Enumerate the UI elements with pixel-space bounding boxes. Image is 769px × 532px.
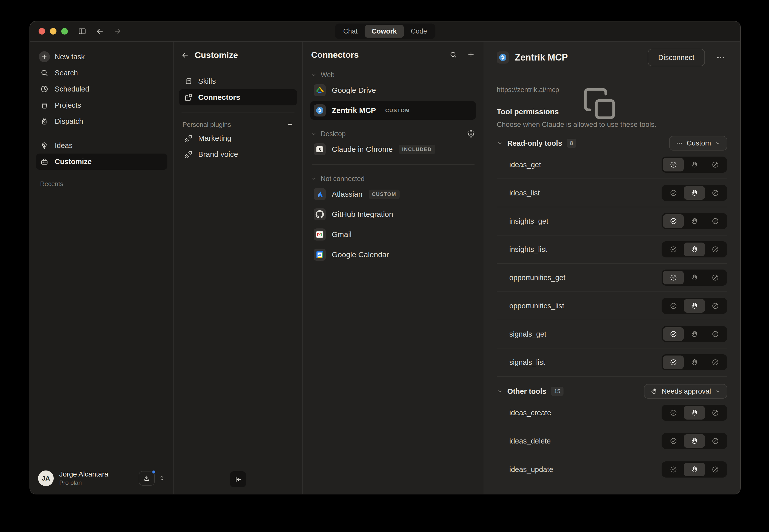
chevron-down-icon[interactable] [497,388,503,394]
custom-badge: CUSTOM [382,106,413,115]
ask-toggle[interactable] [684,214,705,228]
connector-zentrik-mcp[interactable]: Zentrik MCP CUSTOM [310,101,476,120]
add-connector-icon[interactable] [467,51,475,59]
allow-toggle[interactable] [663,271,684,284]
sidebar-item-customize[interactable]: Customize [36,154,167,170]
deny-toggle[interactable] [705,463,726,476]
sidebar-item-new-task[interactable]: New task [36,49,167,65]
tab-code[interactable]: Code [404,25,434,38]
ask-toggle[interactable] [684,299,705,313]
tool-row: insights_get [497,207,727,235]
add-plugin-icon[interactable] [286,121,293,128]
ask-toggle[interactable] [684,463,705,476]
connectors-panel: Connectors Web Google Drive Zentrik MCP … [303,42,484,494]
allow-toggle[interactable] [663,214,684,228]
more-options-button[interactable] [714,51,727,64]
connector-claude-in-chrome[interactable]: Claude in Chrome INCLUDED [310,140,476,159]
claude-chrome-icon [314,143,326,155]
back-icon[interactable] [96,27,104,36]
plugin-item-brand-voice[interactable]: Brand voice [179,146,297,162]
sidebar-item-search[interactable]: Search [36,65,167,81]
connector-atlassian[interactable]: Atlassian CUSTOM [310,185,476,203]
tool-row: signals_list [497,348,727,377]
group-permission-dropdown[interactable]: Needs approval [644,384,727,399]
disconnect-button[interactable]: Disconnect [648,49,705,66]
chevron-down-icon[interactable] [497,140,503,146]
plug-icon [185,134,193,142]
ask-toggle[interactable] [684,271,705,284]
sidebar-toggle-icon[interactable] [78,27,86,36]
section-not-connected[interactable]: Not connected [310,174,476,183]
tab-chat[interactable]: Chat [336,25,365,38]
permission-toggle [662,241,727,257]
sidebar-item-label: Dispatch [55,117,83,126]
deny-toggle[interactable] [705,186,726,200]
ask-toggle[interactable] [684,434,705,448]
maximize-window-button[interactable] [61,28,68,35]
deny-toggle[interactable] [705,356,726,369]
ask-toggle[interactable] [684,406,705,420]
close-window-button[interactable] [39,28,45,35]
connector-google-calendar[interactable]: Google Calendar [310,245,476,264]
deny-toggle[interactable] [705,271,726,284]
allow-toggle[interactable] [663,243,684,256]
allow-toggle[interactable] [663,356,684,369]
deny-toggle[interactable] [705,406,726,420]
allow-toggle[interactable] [663,434,684,448]
tool-name: ideas_get [509,161,541,169]
plugin-item-marketing[interactable]: Marketing [179,130,297,146]
group-permission-dropdown[interactable]: Custom [669,136,727,151]
collapse-panel-button[interactable] [230,471,246,487]
ask-toggle[interactable] [684,327,705,341]
divider [312,164,475,165]
sidebar-item-scheduled[interactable]: Scheduled [36,81,167,97]
allow-toggle[interactable] [663,463,684,476]
sidebar-item-label: Scheduled [55,85,89,93]
connector-gmail[interactable]: Gmail [310,225,476,244]
gear-icon[interactable] [467,130,475,138]
group-other-tools: Other tools 15 Needs approval [497,384,727,399]
allow-toggle[interactable] [663,158,684,171]
tool-name: signals_get [509,330,546,338]
connector-google-drive[interactable]: Google Drive [310,81,476,100]
search-icon[interactable] [449,51,457,59]
sidebar-item-ideas[interactable]: Ideas [36,137,167,154]
deny-toggle[interactable] [705,299,726,313]
allow-toggle[interactable] [663,299,684,313]
ask-toggle[interactable] [684,243,705,256]
user-menu[interactable]: JA Jorge Alcantara Pro plan [36,470,167,486]
download-button[interactable] [139,471,155,486]
sidebar-item-projects[interactable]: Projects [36,97,167,113]
deny-toggle[interactable] [705,243,726,256]
forward-icon[interactable] [113,27,122,36]
ask-toggle[interactable] [684,356,705,369]
google-drive-icon [314,84,326,96]
chevron-down-icon [311,176,317,182]
deny-toggle[interactable] [705,434,726,448]
section-desktop[interactable]: Desktop [310,129,476,138]
lightbulb-icon [40,141,49,150]
customize-item-connectors[interactable]: Connectors [179,89,297,105]
sidebar-item-dispatch[interactable]: Dispatch [36,113,167,129]
connector-github[interactable]: GitHub Integration [310,205,476,224]
permission-toggle [662,326,727,342]
deny-toggle[interactable] [705,158,726,171]
tab-cowork[interactable]: Cowork [365,25,404,38]
ask-toggle[interactable] [684,186,705,200]
deny-toggle[interactable] [705,327,726,341]
allow-toggle[interactable] [663,406,684,420]
minimize-window-button[interactable] [50,28,56,35]
hand-icon [650,388,658,395]
zentrik-icon [497,51,509,64]
recents-label: Recents [36,180,167,188]
back-arrow-icon[interactable] [181,51,189,59]
personal-plugins-label: Personal plugins [183,121,231,129]
allow-toggle[interactable] [663,186,684,200]
chevrons-up-down-icon[interactable] [158,474,165,483]
ask-toggle[interactable] [684,158,705,171]
section-web[interactable]: Web [310,70,476,79]
allow-toggle[interactable] [663,327,684,341]
copy-url-button[interactable] [563,86,571,94]
deny-toggle[interactable] [705,214,726,228]
customize-item-skills[interactable]: Skills [179,73,297,89]
